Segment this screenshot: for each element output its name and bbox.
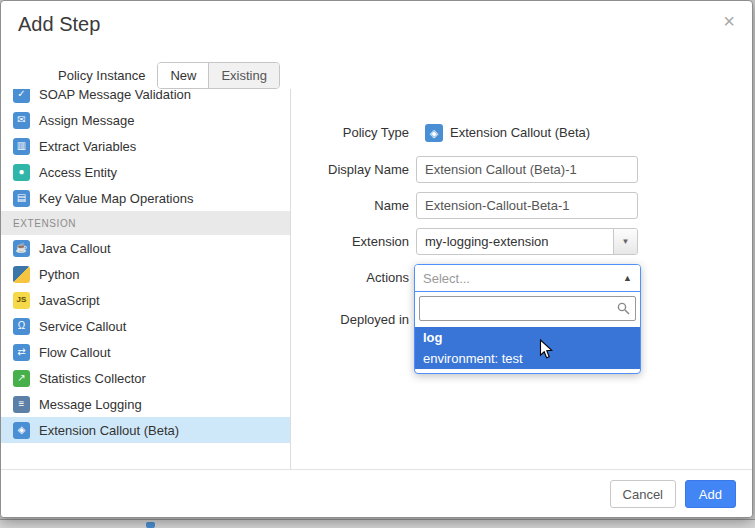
sidebar-item-label: Java Callout [39, 241, 111, 256]
sidebar-item-key-value-map-operations[interactable]: ▤ Key Value Map Operations [1, 185, 290, 211]
display-name-input[interactable] [416, 156, 638, 183]
sidebar-item-label: Statistics Collector [39, 371, 146, 386]
actions-search-box [415, 292, 640, 325]
sidebar-item-extract-variables[interactable]: ▥ Extract Variables [1, 133, 290, 159]
chevron-up-icon: ▲ [623, 273, 632, 283]
add-button[interactable]: Add [685, 480, 736, 508]
close-icon[interactable]: × [719, 7, 739, 35]
actions-search-input[interactable] [419, 296, 636, 321]
chevron-down-icon[interactable]: ▼ [613, 229, 637, 254]
extension-section-header: EXTENSION [1, 211, 290, 235]
sidebar-item-java-callout[interactable]: ☕ Java Callout [1, 235, 290, 261]
background-table-icon [146, 522, 155, 528]
dialog-footer: Cancel Add [1, 469, 752, 517]
deployed-in-label: Deployed in [292, 306, 409, 333]
extension-select-value: my-logging-extension [417, 234, 613, 249]
javascript-icon: JS [13, 292, 30, 309]
sidebar-item-label: Service Callout [39, 319, 126, 334]
name-input[interactable] [416, 192, 638, 219]
name-label: Name [292, 192, 409, 219]
service-callout-icon: Ω [13, 318, 30, 335]
sidebar-item-access-entity[interactable]: ● Access Entity [1, 159, 290, 185]
sidebar-item-label: Extract Variables [39, 139, 136, 154]
page-background-strip [0, 519, 755, 528]
policy-type-list: ✓ SOAP Message Validation ✉ Assign Messa… [1, 89, 290, 443]
flow-callout-icon: ⇄ [13, 344, 30, 361]
actions-placeholder: Select... [423, 271, 470, 286]
extension-callout-icon: ◈ [13, 422, 30, 439]
sidebar-item-label: Access Entity [39, 165, 117, 180]
new-toggle-button[interactable]: New [158, 63, 208, 88]
policy-type-sidebar: ✓ SOAP Message Validation ✉ Assign Messa… [1, 89, 291, 471]
policy-instance-row: Policy Instance New Existing [58, 62, 280, 89]
policy-type-label: Policy Type [292, 119, 409, 146]
sidebar-item-flow-callout[interactable]: ⇄ Flow Callout [1, 339, 290, 365]
actions-dropdown: Select... ▲ log environment: test [414, 264, 641, 374]
python-icon [13, 266, 30, 283]
extension-label: Extension [292, 228, 409, 255]
sidebar-item-label: SOAP Message Validation [39, 89, 191, 102]
sidebar-item-soap-message-validation[interactable]: ✓ SOAP Message Validation [1, 89, 290, 107]
screen: Add Step × Policy Instance New Existing … [0, 0, 755, 528]
existing-toggle-button[interactable]: Existing [208, 63, 279, 88]
key-value-map-operations-icon: ▤ [13, 190, 30, 207]
actions-option-group-log[interactable]: log [415, 327, 640, 348]
actions-option-list: log environment: test [415, 327, 640, 369]
policy-instance-label: Policy Instance [58, 68, 145, 83]
extract-variables-icon: ▥ [13, 138, 30, 155]
dialog-title: Add Step [18, 13, 100, 36]
policy-form: Policy Type ◈ Extension Callout (Beta) D… [292, 89, 752, 471]
message-logging-icon: ≡ [13, 396, 30, 413]
actions-label: Actions [292, 264, 409, 291]
sidebar-item-label: Flow Callout [39, 345, 111, 360]
sidebar-item-statistics-collector[interactable]: ↗ Statistics Collector [1, 365, 290, 391]
java-callout-icon: ☕ [13, 240, 30, 257]
sidebar-item-label: JavaScript [39, 293, 100, 308]
sidebar-item-label: Python [39, 267, 79, 282]
soap-message-validation-icon: ✓ [13, 89, 30, 103]
sidebar-item-service-callout[interactable]: Ω Service Callout [1, 313, 290, 339]
add-step-dialog: Add Step × Policy Instance New Existing … [0, 0, 753, 518]
extension-select[interactable]: my-logging-extension ▼ [416, 228, 638, 255]
sidebar-item-extension-callout-beta[interactable]: ◈ Extension Callout (Beta) [1, 417, 290, 443]
extension-callout-icon: ◈ [425, 124, 443, 142]
access-entity-icon: ● [13, 164, 30, 181]
sidebar-item-assign-message[interactable]: ✉ Assign Message [1, 107, 290, 133]
policy-instance-toggle: New Existing [157, 62, 280, 89]
actions-select-control[interactable]: Select... ▲ [415, 265, 640, 292]
sidebar-item-python[interactable]: Python [1, 261, 290, 287]
policy-type-value: Extension Callout (Beta) [450, 119, 590, 146]
sidebar-item-message-logging[interactable]: ≡ Message Logging [1, 391, 290, 417]
cancel-button[interactable]: Cancel [610, 480, 676, 508]
actions-option-environment-test[interactable]: environment: test [415, 348, 640, 369]
sidebar-item-javascript[interactable]: JS JavaScript [1, 287, 290, 313]
statistics-collector-icon: ↗ [13, 370, 30, 387]
sidebar-item-label: Message Logging [39, 397, 142, 412]
sidebar-item-label: Key Value Map Operations [39, 191, 193, 206]
sidebar-item-label: Assign Message [39, 113, 134, 128]
sidebar-item-label: Extension Callout (Beta) [39, 423, 179, 438]
display-name-label: Display Name [292, 156, 409, 183]
assign-message-icon: ✉ [13, 112, 30, 129]
search-icon [617, 302, 630, 315]
